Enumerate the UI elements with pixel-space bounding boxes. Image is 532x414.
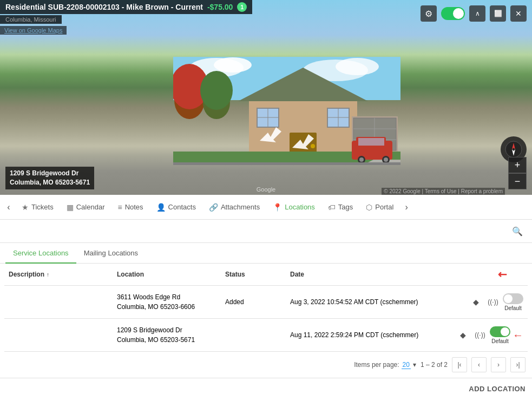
tab-locations[interactable]: 📍 Locations	[266, 195, 321, 220]
row2-actions: ◆ ((·)) Default ←	[455, 326, 523, 344]
row1-address-line1: 3611 Woods Edge Rd	[117, 292, 225, 302]
row1-signal-icon[interactable]: ((·))	[485, 294, 501, 310]
row2-signal-icon[interactable]: ((·))	[472, 327, 488, 343]
row2-date: Aug 11, 2022 2:59:24 PM CDT (cschemmer)	[290, 331, 455, 339]
tab-contacts-label: Contacts	[168, 203, 196, 211]
tab-notes[interactable]: ≡ Notes	[111, 195, 149, 220]
search-button[interactable]: 🔍	[509, 223, 526, 239]
sub-tab-service-label: Service Locations	[13, 249, 69, 257]
locations-table: Description ↑ Location Status Date ↙ 361…	[0, 264, 532, 352]
row1-toggle-label: Default	[504, 305, 522, 311]
row1-navigate-icon[interactable]: ◆	[468, 294, 483, 310]
svg-rect-35	[173, 162, 400, 165]
row1-address-line2: Columbia, MO 65203-6606	[117, 302, 225, 312]
google-maps-link[interactable]: View on Google Maps	[0, 26, 67, 35]
add-location-bar: ADD LOCATION	[0, 378, 532, 399]
nav-tabs-bar: ‹ ★ Tickets ▦ Calendar ≡ Notes 👤 Contact…	[0, 195, 532, 220]
row2-address-line2: Columbia, MO 65203-5671	[117, 335, 225, 345]
tab-tags[interactable]: 🏷 Tags	[321, 195, 359, 220]
row2-location: 1209 S Bridgewood Dr Columbia, MO 65203-…	[117, 325, 225, 345]
page-last-button[interactable]: ›|	[510, 357, 526, 372]
row2-default-toggle[interactable]	[490, 326, 510, 337]
window-title: Residential SUB-2208-00002103 - Mike Bro…	[5, 3, 203, 11]
search-bar: 🔍	[0, 220, 532, 243]
status-toggle[interactable]	[441, 7, 465, 20]
tab-tickets-label: Tickets	[31, 203, 54, 211]
page-prev-button[interactable]: ‹	[471, 357, 487, 372]
per-page-dropdown-icon[interactable]: ▾	[413, 361, 416, 369]
zoom-out-button[interactable]: −	[508, 173, 527, 189]
row1-actions: ◆ ((·)) Default	[468, 293, 523, 311]
svg-point-30	[359, 157, 364, 162]
locations-icon: 📍	[273, 203, 282, 212]
sub-tab-service-locations[interactable]: Service Locations	[5, 244, 76, 264]
tab-attachments-label: Attachments	[221, 203, 260, 211]
map-copyright: © 2022 Google | Terms of Use | Report a …	[382, 188, 505, 195]
address-line2: Columbia, MO 65203-5671	[10, 178, 90, 187]
collapse-icon[interactable]: ∧	[469, 5, 485, 22]
svg-point-2	[214, 57, 252, 73]
sort-arrow-icon[interactable]: ↑	[47, 272, 49, 278]
pagination-bar: Items per page: 20 ▾ 1 – 2 of 2 |‹ ‹ › ›…	[0, 352, 532, 378]
window-title-bar: Residential SUB-2208-00002103 - Mike Bro…	[0, 0, 252, 14]
tab-contacts[interactable]: 👤 Contacts	[150, 195, 202, 220]
zoom-controls: + −	[508, 157, 527, 189]
red-arrow-indicator-1: ↙	[495, 267, 510, 282]
row2-default-toggle-container: Default	[490, 326, 510, 344]
svg-point-18	[311, 144, 315, 148]
row1-location: 3611 Woods Edge Rd Columbia, MO 65203-66…	[117, 292, 225, 312]
row2-toggle-label: Default	[491, 338, 509, 344]
tab-portal[interactable]: ⬡ Portal	[359, 195, 400, 220]
tab-portal-label: Portal	[375, 203, 393, 211]
location-subtitle: Columbia, Missouri	[0, 15, 62, 24]
tab-locations-label: Locations	[285, 203, 315, 211]
items-per-page-label: Items per page:	[354, 361, 399, 369]
street-view-illustration	[173, 57, 400, 165]
google-label: Google	[257, 186, 275, 193]
tickets-icon: ★	[22, 203, 29, 212]
close-icon[interactable]: ✕	[510, 5, 527, 22]
page-range-label: 1 – 2 of 2	[421, 361, 448, 369]
notes-icon: ≡	[117, 203, 122, 212]
map-container: Residential SUB-2208-00002103 - Mike Bro…	[0, 0, 532, 195]
contacts-icon: 👤	[156, 203, 166, 212]
zoom-in-button[interactable]: +	[508, 157, 527, 173]
sub-tabs-bar: Service Locations Mailing Locations	[0, 243, 532, 264]
notification-badge: 1	[237, 2, 247, 12]
col-header-location: Location	[117, 271, 225, 278]
tabs-nav-left[interactable]: ‹	[2, 195, 15, 220]
settings-icon[interactable]: ⚙	[421, 5, 437, 22]
page-next-button[interactable]: ›	[491, 357, 506, 372]
row1-default-toggle[interactable]	[503, 293, 523, 304]
table-row: 1209 S Bridgewood Dr Columbia, MO 65203-…	[4, 319, 528, 352]
sub-tab-mailing-locations[interactable]: Mailing Locations	[76, 244, 146, 264]
tab-attachments[interactable]: 🔗 Attachments	[202, 195, 266, 220]
copyright-text: © 2022 Google | Terms of Use | Report a …	[384, 188, 503, 194]
table-header: Description ↑ Location Status Date ↙	[4, 264, 528, 286]
row1-date: Aug 3, 2022 10:54:52 AM CDT (cschemmer)	[290, 298, 468, 306]
tab-notes-label: Notes	[125, 203, 143, 211]
calendar-icon: ▦	[67, 203, 74, 212]
row2-navigate-icon[interactable]: ◆	[455, 327, 470, 343]
tab-tickets[interactable]: ★ Tickets	[15, 195, 60, 220]
per-page-value: 20	[402, 361, 411, 369]
red-arrow-indicator-2: ←	[513, 329, 523, 341]
maximize-icon[interactable]: ⬜	[490, 5, 506, 22]
portal-icon: ⬡	[366, 203, 372, 212]
svg-rect-28	[358, 138, 384, 146]
page-first-button[interactable]: |‹	[452, 357, 467, 372]
col-header-description: Description ↑	[9, 271, 117, 278]
col-header-status: Status	[225, 271, 290, 278]
row1-status: Added	[225, 298, 290, 306]
svg-point-8	[200, 71, 233, 110]
tab-calendar[interactable]: ▦ Calendar	[60, 195, 111, 220]
add-location-button[interactable]: ADD LOCATION	[469, 383, 526, 395]
row1-default-toggle-container: Default	[503, 293, 523, 311]
table-row: 3611 Woods Edge Rd Columbia, MO 65203-66…	[4, 286, 528, 319]
tabs-nav-right[interactable]: ›	[400, 195, 413, 220]
tab-tags-label: Tags	[338, 203, 353, 211]
tags-icon: 🏷	[328, 203, 336, 212]
tab-calendar-label: Calendar	[76, 203, 105, 211]
items-per-page: Items per page: 20 ▾	[354, 361, 416, 369]
balance-amount: -$75.00	[207, 3, 233, 11]
